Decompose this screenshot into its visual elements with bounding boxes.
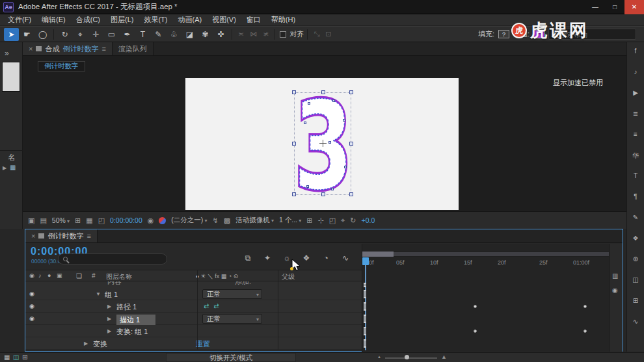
character-panel-icon[interactable]: T [627, 172, 644, 179]
maximize-button[interactable]: □ [605, 0, 624, 14]
expand-transfer-controls-icon[interactable]: ◫ [13, 354, 19, 361]
timeline-track-area[interactable]: 00f 05f 10f 15f 20f 25f 01:00f [362, 244, 609, 352]
layer-duration-bar[interactable] [364, 302, 366, 311]
region-of-interest-icon[interactable]: ◰ [98, 216, 105, 225]
zoom-out-mountain-icon[interactable]: ▲ [377, 355, 381, 359]
clone-stamp-tool-icon[interactable]: ♧ [167, 28, 181, 41]
expand-layer-switches-icon[interactable]: ▦ [4, 354, 10, 361]
graph-editor-icon[interactable]: ∿ [338, 253, 353, 265]
menu-file[interactable]: 文件(F) [3, 15, 36, 25]
keyframe-dot[interactable] [474, 305, 477, 308]
pixel-aspect-icon[interactable]: ⊞ [306, 216, 312, 225]
comp-navigator-chip[interactable]: 倒计时数字 [38, 61, 85, 71]
resize-handle[interactable] [292, 90, 296, 94]
layer-duration-bar[interactable] [364, 290, 366, 298]
resize-handle[interactable] [321, 192, 325, 196]
twirl-icon[interactable]: ▶ [107, 316, 111, 322]
project-thumbnail[interactable] [2, 62, 20, 92]
expand-panel-button[interactable]: » [5, 49, 9, 58]
resize-handle[interactable] [292, 142, 296, 146]
path-vertex[interactable] [332, 99, 335, 102]
effects-presets-panel-icon[interactable]: ≣ [627, 110, 644, 117]
motion-blur-icon[interactable]: ◔ [318, 253, 334, 265]
audio-panel-icon[interactable]: ♪ [627, 68, 644, 75]
twirl-icon[interactable]: ▼ [96, 291, 101, 297]
project-item-twirl[interactable]: ▶ [3, 165, 7, 171]
panel-menu-icon[interactable]: ≡ [87, 232, 90, 240]
layer-row-stroke-1[interactable]: ◉ ▶ 描边 1 正常 [25, 313, 362, 325]
path-direction-icons[interactable]: ⇄ ⇄ [204, 302, 221, 309]
path-vertex[interactable] [306, 185, 309, 188]
keyframe-dot[interactable] [584, 305, 587, 308]
path-vertex[interactable] [344, 166, 347, 168]
tab-timeline-comp[interactable]: × 倒计时数字 ≡ [25, 229, 98, 242]
transparency-grid-icon[interactable]: ▩ [224, 216, 230, 225]
path-vertex[interactable] [304, 122, 306, 124]
view-layout-menu[interactable]: 1 个... [279, 216, 301, 225]
composition-item-icon[interactable]: ▦ [10, 164, 16, 171]
tracker-panel-icon[interactable]: ⊕ [627, 255, 644, 263]
layer-duration-bar[interactable] [364, 339, 366, 348]
row-label[interactable]: 路径 1 [116, 302, 137, 312]
layer-name-column-label[interactable]: 图层名称 [106, 272, 132, 281]
timeline-search-box[interactable] [58, 253, 167, 265]
eraser-tool-icon[interactable]: ◪ [182, 28, 197, 41]
menu-animation[interactable]: 动画(A) [173, 15, 208, 25]
path-vertex[interactable] [308, 102, 310, 105]
resize-handle[interactable] [321, 90, 325, 94]
anchor-point[interactable] [319, 140, 327, 147]
path-vertex[interactable] [343, 119, 345, 122]
menu-help[interactable]: 帮助(H) [266, 15, 301, 25]
stroke-swatch[interactable] [533, 30, 544, 38]
mask-interpolation-panel-icon[interactable]: ◫ [627, 276, 644, 283]
pan-behind-tool-icon[interactable]: ✛ [88, 28, 103, 41]
current-time-display[interactable]: 0:00:00:00 [110, 216, 142, 224]
camera-tool-icon[interactable]: ⌖ [73, 28, 88, 41]
grid-guides-icon[interactable]: ⊞ [75, 216, 81, 225]
layer-row-path-1[interactable]: ◉ ▶ 路径 1 ⇄ ⇄ [25, 300, 362, 313]
align-checkbox[interactable] [280, 31, 286, 38]
composition-mini-flowchart-icon[interactable]: ⧉ [240, 253, 256, 265]
toggle-switches-modes-button[interactable]: 切换开关/模式 [166, 353, 296, 362]
roto-brush-tool-icon[interactable]: ✾ [198, 28, 213, 41]
keyframe-dot[interactable] [584, 330, 587, 333]
menu-edit[interactable]: 编辑(E) [36, 15, 71, 25]
mask-visibility-icon[interactable]: ▦ [86, 216, 92, 225]
timeline-zoom-knob[interactable] [405, 355, 409, 359]
reset-link[interactable]: 重置 [196, 339, 210, 349]
extra-icon-2[interactable]: ⊡ [323, 30, 334, 38]
paint-panel-icon[interactable]: ✎ [627, 214, 644, 221]
rotation-tool-icon[interactable]: ↻ [57, 28, 72, 41]
always-preview-icon[interactable]: ▣ [28, 216, 34, 225]
extra-icon-1[interactable]: ⤡ [311, 30, 322, 38]
work-area-segment[interactable] [362, 252, 394, 257]
exposure-value[interactable]: +0.0 [362, 216, 375, 224]
keyframe-dot[interactable] [474, 330, 477, 333]
twirl-icon[interactable]: ▶ [107, 304, 111, 309]
expand-in-out-icon[interactable]: ⊞ [22, 354, 27, 361]
brush-tool-icon[interactable]: ✎ [151, 28, 166, 41]
puppet-pin-tool-icon[interactable]: ✜ [213, 28, 228, 41]
blend-mode-dropdown[interactable]: 正常 [202, 289, 262, 299]
layer-row-transform-group-1[interactable]: ▶ 变换: 组 1 [25, 325, 362, 337]
camera-view-menu[interactable]: 活动摄像机 [235, 216, 274, 225]
layer-row-transform[interactable]: ▶ 变换 重置 [25, 337, 362, 350]
menu-effect[interactable]: 效果(T) [139, 15, 172, 25]
fill-swatch[interactable]: ? [498, 30, 509, 38]
work-area-bar[interactable] [362, 252, 610, 257]
wiggler-panel-icon[interactable]: ∿ [627, 318, 644, 325]
parent-column-label[interactable]: 父级 [282, 272, 295, 281]
tab-render-queue[interactable]: 渲染队列 [113, 42, 154, 55]
info-panel-icon[interactable]: f [627, 47, 644, 55]
paragraph-panel-icon[interactable]: ¶ [627, 193, 644, 200]
timeline-zoom-slider[interactable] [385, 357, 437, 359]
layer-duration-bar[interactable] [364, 283, 366, 287]
show-channel-icon[interactable] [159, 217, 166, 224]
selected-shape[interactable]: 3 3 [294, 92, 351, 195]
shape-tool-icon[interactable]: ▭ [104, 28, 119, 41]
metadata-panel-icon[interactable]: ⊞ [627, 297, 644, 304]
brushes-panel-icon[interactable]: ❖ [627, 235, 644, 242]
row-label[interactable]: 变换 [93, 339, 107, 349]
draft-3d-icon[interactable]: ✦ [260, 253, 275, 265]
hand-tool-icon[interactable]: ☛ [20, 28, 34, 41]
